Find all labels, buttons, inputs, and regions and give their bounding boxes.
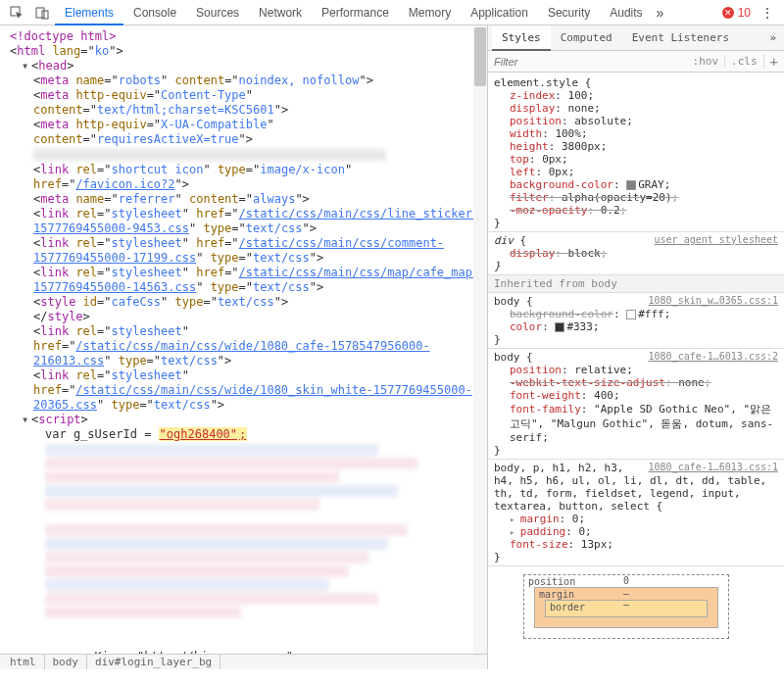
error-icon: ✕ xyxy=(722,7,734,19)
dom-line[interactable]: ▾<head> xyxy=(10,59,487,73)
tab-memory[interactable]: Memory xyxy=(399,0,461,25)
dom-line[interactable]: <link rel="stylesheet" href="/static/css… xyxy=(10,207,487,236)
dom-line[interactable]: var g_sKin = "http://kin.naver.com"; xyxy=(10,650,487,654)
rule-block[interactable]: 1080_cafe-1…6013.css:2body { position: r… xyxy=(488,349,784,460)
color-swatch[interactable] xyxy=(626,180,636,190)
rule-block[interactable]: element.style { z-index: 100;display: no… xyxy=(488,74,784,232)
css-prop[interactable]: z-index: 100; xyxy=(494,89,778,102)
dom-blur xyxy=(10,444,487,650)
css-prop[interactable]: height: 3800px; xyxy=(494,140,778,153)
device-icon[interactable] xyxy=(29,1,55,24)
tab-console[interactable]: Console xyxy=(123,0,186,25)
rule-block[interactable]: 1080_skin_w…0365.css:1body { background-… xyxy=(488,293,784,349)
error-badge[interactable]: ✕10 xyxy=(722,6,751,20)
side-tabs: StylesComputedEvent Listeners» xyxy=(488,25,784,51)
side-tab-styles[interactable]: Styles xyxy=(492,25,551,51)
dom-line[interactable]: <link rel="stylesheet" href="/static/css… xyxy=(10,236,487,266)
dom-line[interactable]: <html lang="ko"> xyxy=(10,44,487,59)
breadcrumb: htmlbodydiv#login_layer_bg xyxy=(0,654,487,669)
tab-performance[interactable]: Performance xyxy=(312,0,399,25)
filter-input[interactable] xyxy=(488,56,687,68)
tab-application[interactable]: Application xyxy=(461,0,538,25)
crumb-item[interactable]: div#login_layer_bg xyxy=(87,655,220,669)
css-prop[interactable]: width: 100%; xyxy=(494,127,778,140)
tab-network[interactable]: Network xyxy=(249,0,312,25)
dom-line[interactable]: </style> xyxy=(10,310,487,324)
dom-tree[interactable]: <!doctype html> <html lang="ko"> ▾<head>… xyxy=(0,25,487,654)
css-prop[interactable]: top: 0px; xyxy=(494,153,778,166)
tab-security[interactable]: Security xyxy=(538,0,600,25)
css-prop[interactable]: display: none; xyxy=(494,102,778,115)
devtools-toolbar: ElementsConsoleSourcesNetworkPerformance… xyxy=(0,0,784,25)
dom-line[interactable]: <link rel="shortcut icon" type="image/x-… xyxy=(10,163,487,192)
rule-source[interactable]: 1080_cafe-1…6013.css:2 xyxy=(649,351,778,362)
side-tab-computed[interactable]: Computed xyxy=(551,25,622,51)
error-count: 10 xyxy=(738,6,751,20)
tab-elements[interactable]: Elements xyxy=(55,0,123,25)
menu-icon[interactable]: ⋮ xyxy=(760,5,774,21)
tabs-overflow-icon[interactable]: » xyxy=(657,5,664,21)
rules-list: element.style { z-index: 100;display: no… xyxy=(488,73,784,669)
dom-line[interactable]: <meta http-equiv="Content-Type" content=… xyxy=(10,88,487,118)
side-tabs-overflow-icon[interactable]: » xyxy=(769,31,776,44)
css-prop[interactable]: position: absolute; xyxy=(494,115,778,127)
styles-panel: StylesComputedEvent Listeners» :hov .cls… xyxy=(488,25,784,669)
color-swatch[interactable] xyxy=(626,310,636,319)
css-prop[interactable]: left: 0px; xyxy=(494,166,778,178)
rule-block[interactable]: 1080_cafe-1…6013.css:1body, p, h1, h2, h… xyxy=(488,460,784,566)
dom-line[interactable]: <meta name="robots" content="noindex, no… xyxy=(10,73,487,88)
expand-icon[interactable]: ▾ xyxy=(22,413,31,427)
filter-bar: :hov .cls + xyxy=(488,51,784,73)
dom-blur xyxy=(10,149,487,161)
dom-line[interactable]: <meta http-equiv="X-UA-Compatible" conte… xyxy=(10,118,487,147)
box-model[interactable]: position 0 margin – border – xyxy=(488,566,784,639)
dom-line[interactable]: <link rel="stylesheet" href="/static/css… xyxy=(10,324,487,368)
inherited-divider: Inherited from body xyxy=(488,275,784,293)
dom-panel: <!doctype html> <html lang="ko"> ▾<head>… xyxy=(0,25,488,669)
svg-rect-1 xyxy=(36,8,44,18)
rule-source[interactable]: user agent stylesheet xyxy=(655,234,778,245)
rule-source[interactable]: 1080_skin_w…0365.css:1 xyxy=(649,295,778,306)
color-swatch[interactable] xyxy=(555,322,564,332)
cls-toggle[interactable]: .cls xyxy=(724,55,763,68)
highlighted-value: "ogh268400" xyxy=(159,427,238,441)
dom-line[interactable]: <meta name="referrer" content="always"> xyxy=(10,192,487,207)
css-prop[interactable]: background-color: GRAY; xyxy=(494,178,778,191)
side-tab-event-listeners[interactable]: Event Listeners xyxy=(622,25,739,51)
rule-block[interactable]: user agent stylesheetdiv { display: bloc… xyxy=(488,232,784,275)
new-rule-button[interactable]: + xyxy=(763,54,784,70)
rule-source[interactable]: 1080_cafe-1…6013.css:1 xyxy=(649,462,778,472)
crumb-item[interactable]: html xyxy=(2,655,45,669)
dom-line[interactable]: ▾<script> xyxy=(10,413,487,427)
crumb-item[interactable]: body xyxy=(45,655,88,669)
expand-icon[interactable]: ▾ xyxy=(22,59,31,73)
inspect-icon[interactable] xyxy=(4,1,29,24)
dom-line-highlight[interactable]: var g_sUserId = "ogh268400"; xyxy=(10,427,487,442)
highlighted-semi: ; xyxy=(238,427,247,441)
scrollbar-thumb[interactable] xyxy=(474,27,486,86)
dom-line[interactable]: <style id="cafeCss" type="text/css"> xyxy=(10,295,487,310)
css-prop[interactable]: filter: alpha(opacity=20); xyxy=(494,191,778,204)
hov-toggle[interactable]: :hov xyxy=(687,55,725,68)
dom-line[interactable]: <!doctype html> xyxy=(10,29,487,44)
dom-line[interactable]: <link rel="stylesheet" href="/static/css… xyxy=(10,266,487,295)
tab-audits[interactable]: Audits xyxy=(600,0,652,25)
tab-sources[interactable]: Sources xyxy=(186,0,249,25)
css-prop[interactable]: -moz-opacity: 0.2; xyxy=(494,204,778,217)
dom-line[interactable]: <link rel="stylesheet" href="/static/css… xyxy=(10,368,487,413)
